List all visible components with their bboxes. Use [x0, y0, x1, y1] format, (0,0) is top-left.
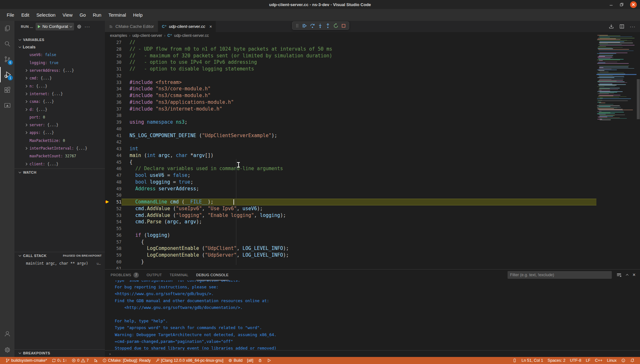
status-item-cmake-status[interactable]: CMake: [Debug]: Ready [100, 357, 153, 364]
gutter-glyph-margin[interactable] [105, 46, 113, 53]
gutter-glyph-margin[interactable] [105, 165, 113, 172]
gutter-glyph-margin[interactable] [105, 225, 113, 232]
stack-frame-row[interactable]: main(int argc, char ** argv) u… [14, 259, 105, 268]
gutter-glyph-margin[interactable] [105, 192, 113, 199]
code-line[interactable]: 58 LogComponentEnable ("UdpClient", LOG_… [105, 245, 596, 252]
panel-tab-problems[interactable]: PROBLEMS7 [111, 269, 139, 280]
variable-row[interactable]: useV6:false [14, 51, 105, 59]
variables-header[interactable]: VARIABLES [14, 36, 105, 43]
variable-row[interactable]: server:{...} [14, 121, 105, 129]
gutter-glyph-margin[interactable] [105, 79, 113, 86]
status-item-language-mode[interactable]: C++ [593, 357, 605, 364]
code-line[interactable]: 37#include "ns3/internet-module.h" [105, 106, 596, 112]
toolbar-grip-icon[interactable] [295, 23, 299, 28]
code-line[interactable]: 32 [105, 72, 596, 79]
debug-config-dropdown[interactable]: No Configurat [36, 23, 74, 30]
maximize-panel-icon[interactable] [626, 274, 628, 276]
gutter-glyph-margin[interactable] [105, 172, 113, 179]
variable-row[interactable]: serverAddress:{...} [14, 67, 105, 74]
variable-row[interactable]: cmd:{...} [14, 74, 105, 82]
gutter-glyph-margin[interactable] [105, 59, 113, 66]
code-line[interactable]: 55 [105, 225, 596, 232]
close-icon[interactable]: ✕ [630, 1, 637, 8]
editor-scrollbar[interactable] [636, 32, 640, 269]
explorer-icon[interactable] [0, 21, 14, 36]
step-out-icon[interactable] [325, 23, 331, 29]
more-actions-icon[interactable]: ··· [84, 24, 90, 29]
close-panel-icon[interactable]: × [633, 272, 636, 278]
run-file-download-icon[interactable] [609, 24, 614, 29]
cmake-icon[interactable] [0, 98, 14, 113]
menu-item-terminal[interactable]: Terminal [105, 11, 130, 19]
code-line[interactable]: 60 } [105, 259, 596, 265]
start-debug-icon[interactable] [38, 25, 40, 28]
code-line[interactable]: 45{ [105, 159, 596, 166]
variable-row[interactable]: csma:{...} [14, 98, 105, 105]
watch-header[interactable]: WATCH [14, 169, 105, 176]
gutter-glyph-margin[interactable] [105, 232, 113, 239]
tab-udp-client-server[interactable]: C⁺ udp-client-server.cc × [158, 21, 216, 32]
status-item-sync-status[interactable]: 0↓ 1↑ [49, 357, 69, 364]
step-over-icon[interactable] [310, 23, 315, 29]
status-item-debug-status[interactable] [91, 357, 100, 364]
menu-item-run[interactable]: Run [89, 11, 105, 19]
gutter-glyph-margin[interactable] [105, 126, 113, 132]
search-icon[interactable] [0, 36, 14, 52]
code-line[interactable]: 31// - option to disable logging stateme… [105, 66, 596, 72]
status-item-eol[interactable]: LF [584, 357, 593, 364]
code-line[interactable]: 29// - maximum of 320 packets sent (or l… [105, 53, 596, 59]
gutter-glyph-margin[interactable] [105, 259, 113, 265]
code-line[interactable]: 57 { [105, 239, 596, 245]
menu-item-view[interactable]: View [59, 11, 76, 19]
code-line[interactable]: 43int [105, 145, 596, 152]
variable-row[interactable]: apps:{...} [14, 129, 105, 136]
breadcrumb-item[interactable]: examples [110, 33, 127, 38]
locals-scope-row[interactable]: Locals [14, 43, 105, 51]
variable-row[interactable]: client:{...} [14, 160, 105, 168]
gutter-glyph-margin[interactable] [105, 252, 113, 259]
code-line[interactable]: 34#include "ns3/core-module.h" [105, 86, 596, 92]
code-line[interactable]: 56 if (logging) [105, 232, 596, 239]
account-icon[interactable] [0, 326, 14, 342]
code-line[interactable]: 41NS_LOG_COMPONENT_DEFINE ("UdpClientSer… [105, 132, 596, 139]
status-item-notifications[interactable] [628, 357, 637, 364]
variable-row[interactable]: MaxPacketSize:0 [14, 137, 105, 145]
status-item-cursor-position[interactable]: Ln 51, Col 1 [519, 357, 545, 364]
status-item-problems-status[interactable]: 07 [69, 357, 91, 364]
menu-item-go[interactable]: Go [76, 11, 89, 19]
run-and-debug-icon[interactable]: 1 [0, 67, 14, 82]
split-editor-icon[interactable] [619, 24, 625, 29]
status-item-launch-target-button[interactable] [265, 357, 274, 364]
code-line[interactable]: 28// - UDP flow from n0 to n1 of 1024 by… [105, 46, 596, 53]
gutter-glyph-margin[interactable] [105, 53, 113, 59]
gutter-glyph-margin[interactable] [105, 39, 113, 46]
variable-row[interactable]: internet:{...} [14, 90, 105, 98]
gutter-glyph-margin[interactable] [105, 66, 113, 72]
code-line[interactable]: 38 [105, 112, 596, 119]
gutter-glyph-margin[interactable] [105, 139, 113, 145]
breadcrumb-item[interactable]: udp-client-server [132, 33, 162, 38]
minimap[interactable] [596, 33, 636, 269]
console-filter-input[interactable] [508, 271, 612, 279]
debug-gear-icon[interactable] [77, 24, 82, 29]
debug-console-output[interactable]: Type "show configuration" for configurat… [105, 280, 640, 350]
continue-icon[interactable] [302, 23, 307, 29]
variable-row[interactable]: n:{...} [14, 82, 105, 90]
menu-item-selection[interactable]: Selection [33, 11, 59, 19]
code-line[interactable]: 51 CommandLine cmd (__FILE__); [105, 199, 596, 205]
code-line[interactable]: 27// [105, 39, 596, 46]
gutter-glyph-margin[interactable] [105, 219, 113, 225]
gutter-glyph-margin[interactable] [105, 112, 113, 119]
gutter-glyph-margin[interactable] [105, 92, 113, 99]
gutter-glyph-margin[interactable] [105, 106, 113, 112]
code-line[interactable]: 53 cmd.AddValue ("logging", "Enable logg… [105, 212, 596, 219]
status-item-encoding[interactable]: UTF-8 [568, 357, 583, 364]
settings-gear-icon[interactable] [0, 343, 14, 357]
code-line[interactable]: 54 cmd.Parse (argc, argv); [105, 219, 596, 225]
code-line[interactable]: 36#include "ns3/applications-module.h" [105, 99, 596, 106]
gutter-glyph-margin[interactable] [105, 159, 113, 166]
debug-console-input[interactable]: › [105, 350, 640, 357]
gutter-glyph-margin[interactable] [105, 265, 113, 269]
gutter-glyph-margin[interactable] [105, 119, 113, 126]
gutter-glyph-margin[interactable] [105, 212, 113, 219]
